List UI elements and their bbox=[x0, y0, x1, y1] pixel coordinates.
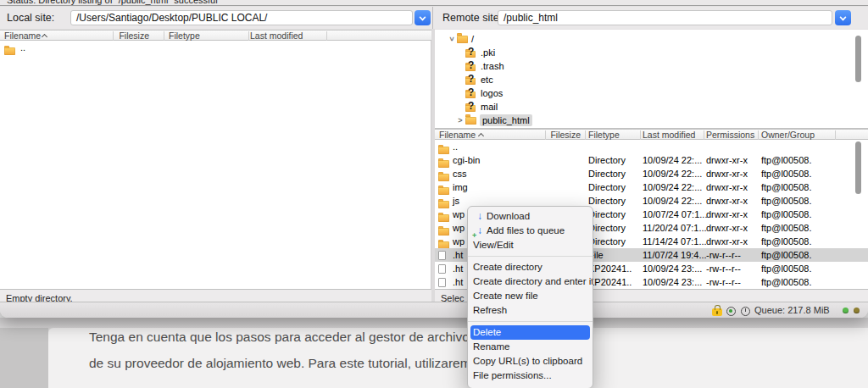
menu-item-label: File permissions... bbox=[473, 370, 552, 380]
tree-item-label: mail bbox=[481, 101, 498, 113]
cell-owner: ftp@l00508. bbox=[761, 221, 812, 235]
folder-question-icon bbox=[465, 47, 477, 58]
cell-modified: 10/09/24 22:... bbox=[643, 167, 702, 180]
status-indicator-green bbox=[843, 308, 849, 313]
cell-permissions: drwxr-xr-x bbox=[706, 221, 748, 235]
lock-icon[interactable] bbox=[712, 308, 722, 316]
menu-item-refresh[interactable]: Refresh bbox=[468, 303, 593, 318]
sort-ascending-icon bbox=[42, 34, 47, 40]
cell-name: wp bbox=[453, 208, 465, 221]
file-icon bbox=[438, 278, 446, 287]
cell-permissions: -rw-r--r-- bbox=[706, 248, 741, 262]
menu-item-create-directory-and-enter-it[interactable]: Create directory and enter it bbox=[468, 274, 593, 289]
cell-name: wp bbox=[453, 235, 465, 248]
menu-item-label: Create directory bbox=[473, 262, 542, 272]
menu-item-view-edit[interactable]: View/Edit bbox=[468, 238, 593, 252]
menu-item-create-directory[interactable]: Create directory bbox=[468, 260, 593, 274]
cell-name: .. bbox=[453, 140, 458, 153]
cell-permissions: -rw-r--r-- bbox=[706, 275, 741, 289]
cell-name: js bbox=[453, 194, 459, 208]
menu-item-label: Rename bbox=[473, 341, 509, 352]
cell-owner: ftp@l00508. bbox=[761, 262, 812, 275]
cell-filetype: KP20241.. bbox=[588, 275, 632, 289]
remote-directory-tree: >/>.pki>.trash>etc>logos>mail>public_htm… bbox=[435, 30, 868, 129]
cell-modified: 10/09/24 22:... bbox=[643, 153, 702, 167]
local-site-input[interactable]: /Users/Santiago/Desktop/PUBLIC LOCAL/ bbox=[70, 10, 413, 25]
tree-item-mail[interactable]: >mail bbox=[435, 100, 868, 114]
cell-owner: ftp@l00508. bbox=[761, 235, 812, 248]
menu-item-rename[interactable]: Rename bbox=[468, 340, 593, 354]
folder-icon bbox=[465, 105, 476, 112]
chevron-down-icon bbox=[839, 14, 846, 20]
menu-item-delete[interactable]: Delete bbox=[470, 325, 590, 340]
remote-list-header: Filename Filesize Filetype Last modified… bbox=[435, 129, 868, 140]
folder-row-cgi-bin[interactable]: cgi-binDirectory10/09/24 22:...drwxr-xr-… bbox=[435, 153, 868, 167]
menu-item-label: Add files to queue bbox=[487, 225, 565, 236]
cell-modified: 10/09/24 23:... bbox=[643, 262, 702, 275]
tree-item-logos[interactable]: >logos bbox=[435, 86, 868, 100]
folder-row-..[interactable]: .. bbox=[435, 140, 868, 153]
remote-site-label: Remote site: bbox=[442, 7, 502, 29]
menu-item-copy-url-s-to-clipboard[interactable]: Copy URL(s) to clipboard bbox=[468, 354, 593, 369]
cell-filetype: Directory bbox=[588, 180, 626, 194]
folder-icon bbox=[465, 91, 476, 98]
menu-item-label: Download bbox=[487, 211, 530, 221]
menu-item-download[interactable]: ↓Download bbox=[468, 209, 593, 224]
cell-filetype: Directory bbox=[588, 221, 626, 235]
menu-item-label: Create new file bbox=[473, 291, 538, 301]
remote-site-dropdown-button[interactable] bbox=[835, 10, 851, 25]
cell-filetype: Directory bbox=[588, 208, 626, 221]
cell-modified: 10/07/24 07:1... bbox=[643, 208, 707, 221]
tree-item-/[interactable]: >/ bbox=[435, 32, 868, 46]
cell-modified: 10/09/24 22:... bbox=[643, 180, 702, 194]
list-scrollbar-thumb[interactable] bbox=[855, 141, 861, 194]
cell-permissions: drwxr-xr-x bbox=[706, 167, 748, 180]
chevron-right-icon[interactable]: > bbox=[455, 116, 465, 125]
context-menu: ↓Download↓+Add files to queueView/EditCr… bbox=[467, 206, 593, 388]
menu-item-create-new-file[interactable]: Create new file bbox=[468, 289, 593, 303]
local-file-list: .. bbox=[0, 41, 431, 289]
tree-item-label: .trash bbox=[481, 60, 504, 72]
menu-item-label: View/Edit bbox=[473, 240, 514, 250]
status-indicator-olive bbox=[854, 308, 860, 313]
file-icon bbox=[438, 251, 446, 260]
cell-filetype: KP20241.. bbox=[588, 262, 632, 275]
local-site-dropdown-button[interactable] bbox=[415, 10, 431, 25]
cell-permissions: drwxr-xr-x bbox=[706, 180, 748, 194]
cell-owner: ftp@l00508. bbox=[761, 153, 812, 167]
speed-limit-icon[interactable] bbox=[741, 307, 750, 316]
folder-row-img[interactable]: imgDirectory10/09/24 22:...drwxr-xr-xftp… bbox=[435, 180, 868, 194]
cell-owner: ftp@l00508. bbox=[761, 180, 812, 194]
tree-scrollbar-thumb[interactable] bbox=[855, 36, 861, 82]
tree-item-label: .pki bbox=[481, 47, 495, 58]
cell-filetype: Directory bbox=[588, 153, 626, 167]
cell-modified: 11/07/24 19:4... bbox=[643, 248, 707, 262]
folder-question-icon bbox=[465, 88, 477, 98]
folder-question-icon bbox=[465, 102, 477, 112]
file-icon bbox=[438, 264, 446, 274]
folder-icon bbox=[4, 47, 15, 55]
download-icon: ↓ bbox=[473, 209, 487, 224]
tree-item-public_html[interactable]: >public_html bbox=[435, 114, 868, 127]
tree-item-.pki[interactable]: >.pki bbox=[435, 46, 868, 59]
remote-site-input[interactable]: /public_html bbox=[498, 10, 832, 25]
menu-separator bbox=[468, 256, 593, 257]
sort-ascending-icon bbox=[478, 133, 484, 139]
cell-filetype: Directory bbox=[588, 235, 626, 248]
menu-item-add-files-to-queue[interactable]: ↓+Add files to queue bbox=[468, 224, 593, 238]
sync-icon[interactable] bbox=[726, 307, 736, 316]
cell-modified: 10/09/24 22:... bbox=[643, 194, 702, 208]
tree-item-etc[interactable]: >etc bbox=[435, 73, 868, 86]
tree-item-.trash[interactable]: >.trash bbox=[435, 59, 868, 73]
folder-icon bbox=[465, 64, 476, 71]
folder-row-css[interactable]: cssDirectory10/09/24 22:...drwxr-xr-xftp… bbox=[435, 167, 868, 180]
cell-name: wp bbox=[453, 221, 465, 235]
filezilla-window: Status: Directory listing of "/public_ht… bbox=[0, 0, 868, 318]
folder-question-icon bbox=[465, 75, 477, 85]
menu-item-file-permissions[interactable]: File permissions... bbox=[468, 369, 593, 383]
folder-question-icon bbox=[465, 61, 477, 71]
tree-item-label: logos bbox=[481, 87, 503, 99]
cell-name: img bbox=[453, 180, 468, 194]
folder-row-..[interactable]: .. bbox=[0, 41, 431, 54]
chevron-down-icon[interactable]: > bbox=[448, 34, 456, 44]
